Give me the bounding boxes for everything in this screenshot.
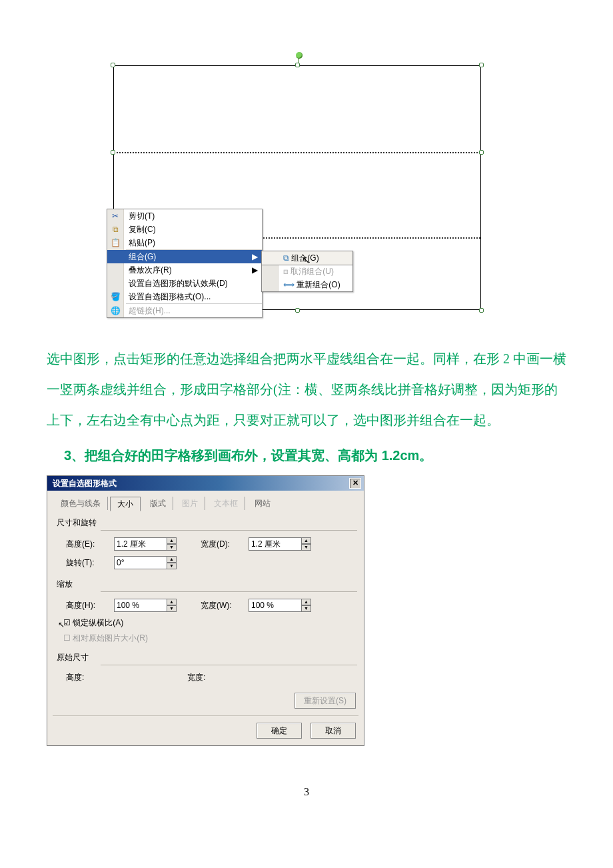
menu-item-label: 叠放次序(R) xyxy=(129,265,172,275)
menu-item-group[interactable]: 组合(G) ▶ xyxy=(107,250,262,263)
format-autoshape-dialog: 设置自选图形格式 ✕ 颜色与线条 大小 版式 图片 文本框 网站 尺寸和旋转 高… xyxy=(47,475,364,746)
ok-button[interactable]: 确定 xyxy=(257,723,302,739)
resize-handle-icon xyxy=(295,308,300,313)
menu-item-hyperlink[interactable]: 🌐 超链接(H)... xyxy=(107,304,262,317)
menu-item-label: 粘贴(P) xyxy=(129,238,155,247)
resize-handle-icon xyxy=(295,63,300,67)
dashed-guide-line xyxy=(114,152,480,153)
regroup-icon: ⟺ xyxy=(283,280,295,289)
instruction-step-3: 3、把组合好的田字格移到画布外，设置其宽、高都为 1.2cm。 xyxy=(64,442,566,469)
checkbox-unchecked-icon: ☐ xyxy=(63,633,71,643)
spin-down-icon[interactable]: ▼ xyxy=(301,544,311,551)
spin-up-icon[interactable]: ▲ xyxy=(301,537,311,544)
spin-up-icon[interactable]: ▲ xyxy=(167,556,177,563)
scissors-icon: ✂ xyxy=(110,211,121,221)
submenu-item-label: 重新组合(O) xyxy=(297,280,340,289)
section-scale-label: 缩放 xyxy=(47,572,364,591)
spin-down-icon[interactable]: ▼ xyxy=(301,605,311,612)
globe-icon: 🌐 xyxy=(110,305,121,316)
menu-item-label: 设置自选图形格式(O)... xyxy=(129,292,211,301)
height-e-input[interactable] xyxy=(114,537,167,551)
original-width-label: 宽度: xyxy=(187,672,235,683)
rotate-label: 旋转(T): xyxy=(66,557,114,569)
mouse-cursor-icon: ↖ xyxy=(58,620,65,629)
width-d-label: 宽度(D): xyxy=(201,539,249,550)
menu-item-label: 超链接(H)... xyxy=(129,306,171,315)
close-icon[interactable]: ✕ xyxy=(349,478,361,489)
context-menu: ✂ 剪切(T) ⧉ 复制(C) 📋 粘贴(P) 组合(G) ▶ 叠放次序(R) … xyxy=(107,209,263,318)
rotate-input[interactable] xyxy=(114,556,167,569)
scale-height-label: 高度(H): xyxy=(66,600,114,611)
tab-picture[interactable]: 图片 xyxy=(175,497,205,510)
submenu-arrow-icon: ▶ xyxy=(252,263,258,277)
spin-up-icon[interactable]: ▲ xyxy=(167,599,177,605)
scale-width-input[interactable] xyxy=(249,599,302,612)
menu-item-label: 剪切(T) xyxy=(129,211,155,221)
tab-color-lines[interactable]: 颜色与线条 xyxy=(54,497,108,510)
menu-item-label: 组合(G) xyxy=(129,252,156,261)
submenu-item-regroup[interactable]: ⟺ 重新组合(O) xyxy=(262,278,352,291)
resize-handle-icon xyxy=(111,63,115,67)
submenu-item-ungroup[interactable]: ⧈ 取消组合(U) xyxy=(262,265,352,278)
menu-item-format-shape[interactable]: 🪣 设置自选图形格式(O)... xyxy=(107,290,262,303)
instruction-paragraph-1: 选中图形，点击矩形的任意边选择组合把两水平虚线组合在一起。同样，在形 2 中画一… xyxy=(47,343,566,435)
copy-icon: ⧉ xyxy=(110,224,121,235)
dialog-title: 设置自选图形格式 xyxy=(53,476,117,491)
scale-height-input[interactable] xyxy=(114,599,167,612)
spin-up-icon[interactable]: ▲ xyxy=(167,537,177,544)
paste-icon: 📋 xyxy=(110,237,121,248)
height-e-label: 高度(E): xyxy=(66,539,114,550)
scale-width-label: 宽度(W): xyxy=(201,600,249,611)
tab-textbox[interactable]: 文本框 xyxy=(207,497,245,510)
menu-item-order[interactable]: 叠放次序(R) ▶ xyxy=(107,263,262,277)
menu-item-label: 复制(C) xyxy=(129,225,156,234)
page-number: 3 xyxy=(0,786,613,798)
reset-button[interactable]: 重新设置(S) xyxy=(295,693,356,709)
ungroup-icon: ⧈ xyxy=(283,267,289,276)
group-icon: ⧉ xyxy=(283,253,289,263)
cancel-button[interactable]: 取消 xyxy=(310,723,356,739)
dialog-titlebar: 设置自选图形格式 ✕ xyxy=(47,476,364,491)
resize-handle-icon xyxy=(111,150,115,155)
tab-web[interactable]: 网站 xyxy=(248,497,277,510)
original-height-label: 高度: xyxy=(66,672,114,683)
relative-original-label: 相对原始图片大小(R) xyxy=(73,633,148,643)
menu-item-set-default[interactable]: 设置自选图形的默认效果(D) xyxy=(107,277,262,290)
relative-original-checkbox: ☐ 相对原始图片大小(R) xyxy=(47,630,364,645)
section-original-label: 原始尺寸 xyxy=(47,645,364,665)
spin-down-icon[interactable]: ▼ xyxy=(167,563,177,569)
scale-height-spinner[interactable]: ▲▼ xyxy=(114,599,177,612)
width-d-input[interactable] xyxy=(249,537,302,551)
submenu-item-label: 取消组合(U) xyxy=(291,267,334,276)
menu-item-paste[interactable]: 📋 粘贴(P) xyxy=(107,236,262,249)
tab-layout[interactable]: 版式 xyxy=(143,497,173,510)
height-e-spinner[interactable]: ▲▼ xyxy=(114,537,177,551)
rotate-spinner[interactable]: ▲▼ xyxy=(114,556,177,569)
spin-down-icon[interactable]: ▼ xyxy=(167,605,177,612)
lock-aspect-checkbox[interactable]: ☑ 锁定纵横比(A) ↖ xyxy=(47,615,364,630)
mouse-cursor-icon: ↖ xyxy=(302,254,309,265)
menu-item-label: 设置自选图形的默认效果(D) xyxy=(129,279,228,288)
spin-down-icon[interactable]: ▼ xyxy=(167,544,177,551)
tab-size[interactable]: 大小 xyxy=(110,497,141,511)
bucket-icon: 🪣 xyxy=(110,291,121,302)
resize-handle-icon xyxy=(479,308,484,313)
menu-item-cut[interactable]: ✂ 剪切(T) xyxy=(107,209,262,223)
section-size-rotate-label: 尺寸和旋转 xyxy=(47,511,364,530)
word-canvas-screenshot: ✂ 剪切(T) ⧉ 复制(C) 📋 粘贴(P) 组合(G) ▶ 叠放次序(R) … xyxy=(107,25,488,317)
scale-width-spinner[interactable]: ▲▼ xyxy=(249,599,311,612)
menu-item-copy[interactable]: ⧉ 复制(C) xyxy=(107,223,262,236)
resize-handle-icon xyxy=(479,63,484,67)
width-d-spinner[interactable]: ▲▼ xyxy=(249,537,311,551)
submenu-arrow-icon: ▶ xyxy=(252,250,258,263)
dialog-tabbar: 颜色与线条 大小 版式 图片 文本框 网站 xyxy=(47,491,364,511)
spin-up-icon[interactable]: ▲ xyxy=(301,599,311,605)
resize-handle-icon xyxy=(479,150,484,155)
lock-aspect-label: 锁定纵横比(A) xyxy=(73,618,123,627)
rotation-handle-icon xyxy=(296,52,303,59)
